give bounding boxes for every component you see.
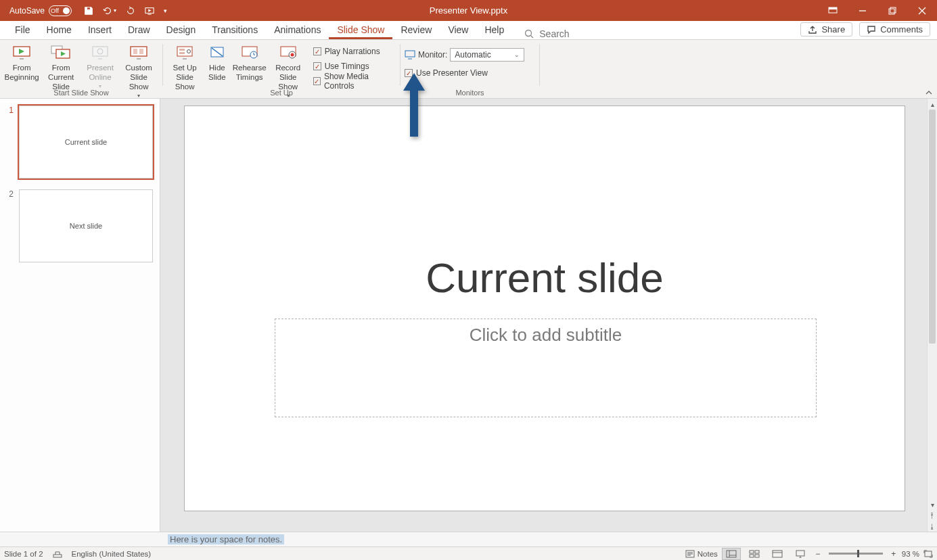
svg-rect-36 xyxy=(755,551,759,553)
repeat-icon[interactable] xyxy=(126,6,135,16)
svg-rect-39 xyxy=(773,551,782,557)
tab-transitions[interactable]: Transitions xyxy=(204,22,266,39)
share-button[interactable]: Share xyxy=(800,22,852,37)
scroll-up-icon[interactable]: ▴ xyxy=(928,99,937,110)
start-from-beginning-icon[interactable] xyxy=(145,6,154,16)
play-narrations-checkbox[interactable]: ✓Play Narrations xyxy=(313,44,396,59)
tab-draw[interactable]: Draw xyxy=(120,22,158,39)
notes-button[interactable]: Notes xyxy=(685,550,718,558)
annotation-arrow xyxy=(402,73,426,137)
setup-slide-show-button[interactable]: Set Up Slide Show xyxy=(167,43,202,91)
scroll-down-icon[interactable]: ▾ xyxy=(928,499,937,510)
svg-rect-4 xyxy=(889,9,894,14)
svg-rect-37 xyxy=(750,555,754,557)
tab-animations[interactable]: Animations xyxy=(266,22,329,39)
custom-show-icon xyxy=(128,44,150,62)
present-online-button[interactable]: Present Online▾ xyxy=(83,43,118,91)
prev-slide-icon[interactable]: ⭱ xyxy=(928,510,937,521)
tab-help[interactable]: Help xyxy=(476,22,512,39)
qat-more-icon[interactable]: ▾ xyxy=(164,7,167,14)
svg-rect-41 xyxy=(796,551,804,556)
ribbon: From Beginning From Current Slide Presen… xyxy=(0,40,937,99)
svg-rect-13 xyxy=(131,47,147,56)
svg-rect-16 xyxy=(177,47,192,56)
tab-design[interactable]: Design xyxy=(158,22,204,39)
from-current-slide-button[interactable]: From Current Slide xyxy=(41,43,81,91)
tab-home[interactable]: Home xyxy=(39,22,80,39)
record-icon xyxy=(277,44,299,62)
show-media-controls-checkbox[interactable]: ✓Show Media Controls xyxy=(313,74,396,89)
hide-slide-icon xyxy=(206,44,228,62)
tab-insert[interactable]: Insert xyxy=(80,22,120,39)
svg-rect-14 xyxy=(133,49,137,54)
share-icon xyxy=(808,25,817,34)
svg-line-7 xyxy=(531,36,534,39)
rehearse-icon xyxy=(239,44,260,62)
svg-rect-38 xyxy=(755,555,759,557)
svg-rect-27 xyxy=(53,555,62,557)
svg-rect-5 xyxy=(890,7,896,13)
from-current-icon xyxy=(50,44,72,62)
fit-to-window-button[interactable] xyxy=(923,550,933,558)
tab-slide-show[interactable]: Slide Show xyxy=(329,22,392,39)
slide-subtitle-placeholder[interactable]: Click to add subtitle xyxy=(275,319,817,417)
accessibility-icon[interactable] xyxy=(53,550,62,558)
title-bar: AutoSave Off ▾ ▾ Presenter View.pptx xyxy=(0,0,937,21)
workspace: 1 Current slide 2 Next slide Current sli… xyxy=(0,99,937,532)
slide-title[interactable]: Current slide xyxy=(185,254,905,302)
zoom-in-button[interactable]: + xyxy=(890,550,898,558)
zoom-out-button[interactable]: − xyxy=(814,550,822,558)
hide-slide-button[interactable]: Hide Slide xyxy=(204,43,230,82)
undo-icon[interactable]: ▾ xyxy=(103,6,116,16)
ribbon-display-icon[interactable] xyxy=(818,0,848,21)
svg-rect-15 xyxy=(139,49,143,54)
tab-view[interactable]: View xyxy=(440,22,476,39)
rehearse-timings-button[interactable]: Rehearse Timings xyxy=(231,43,267,82)
next-slide-icon[interactable]: ⭳ xyxy=(928,521,937,532)
comments-button[interactable]: Comments xyxy=(859,22,930,37)
minimize-button[interactable] xyxy=(848,0,877,21)
slide-sorter-view-button[interactable] xyxy=(745,548,764,560)
svg-rect-35 xyxy=(750,551,754,553)
slide-counter: Slide 1 of 2 xyxy=(4,550,43,558)
maximize-button[interactable] xyxy=(877,0,907,21)
collapse-ribbon-icon[interactable] xyxy=(925,89,933,97)
autosave-toggle[interactable]: AutoSave Off xyxy=(9,5,72,16)
svg-rect-32 xyxy=(727,551,736,557)
ribbon-tabs: File Home Insert Draw Design Transitions… xyxy=(0,21,937,40)
tab-review[interactable]: Review xyxy=(392,22,440,39)
svg-point-25 xyxy=(290,53,294,57)
search-input[interactable] xyxy=(539,28,620,39)
svg-rect-18 xyxy=(179,52,185,54)
slide-show-view-button[interactable] xyxy=(791,548,810,560)
tell-me-search[interactable] xyxy=(524,28,800,39)
monitor-icon xyxy=(405,50,415,60)
from-beginning-button[interactable]: From Beginning xyxy=(4,43,39,82)
notes-text: Here is your space for notes. xyxy=(168,534,284,544)
monitor-select[interactable]: Automatic⌄ xyxy=(450,48,524,62)
setup-show-icon xyxy=(174,44,196,62)
search-icon xyxy=(524,29,534,39)
vertical-scrollbar[interactable]: ▴ ▾ ⭱ ⭳ xyxy=(927,99,937,532)
save-icon[interactable] xyxy=(84,6,93,16)
zoom-slider[interactable] xyxy=(829,553,883,555)
close-button[interactable] xyxy=(907,0,937,21)
scrollbar-thumb[interactable] xyxy=(929,110,936,344)
reading-view-button[interactable] xyxy=(768,548,787,560)
svg-rect-2 xyxy=(829,7,837,9)
group-label-setup: Set Up xyxy=(163,89,400,97)
group-label-start: Start Slide Show xyxy=(0,89,162,97)
svg-point-6 xyxy=(526,30,532,37)
autosave-label: AutoSave xyxy=(9,6,45,16)
svg-rect-17 xyxy=(179,49,185,51)
svg-rect-11 xyxy=(93,47,108,56)
language-status[interactable]: English (United States) xyxy=(72,550,152,558)
slide-canvas[interactable]: Current slide Click to add subtitle xyxy=(0,99,927,532)
tab-file[interactable]: File xyxy=(7,22,39,39)
chevron-down-icon: ⌄ xyxy=(514,51,520,58)
notes-pane[interactable]: Here is your space for notes. xyxy=(0,532,937,546)
normal-view-button[interactable] xyxy=(722,548,741,560)
svg-rect-26 xyxy=(405,51,415,57)
zoom-level[interactable]: 93 % xyxy=(902,550,919,558)
present-online-icon xyxy=(89,44,111,62)
